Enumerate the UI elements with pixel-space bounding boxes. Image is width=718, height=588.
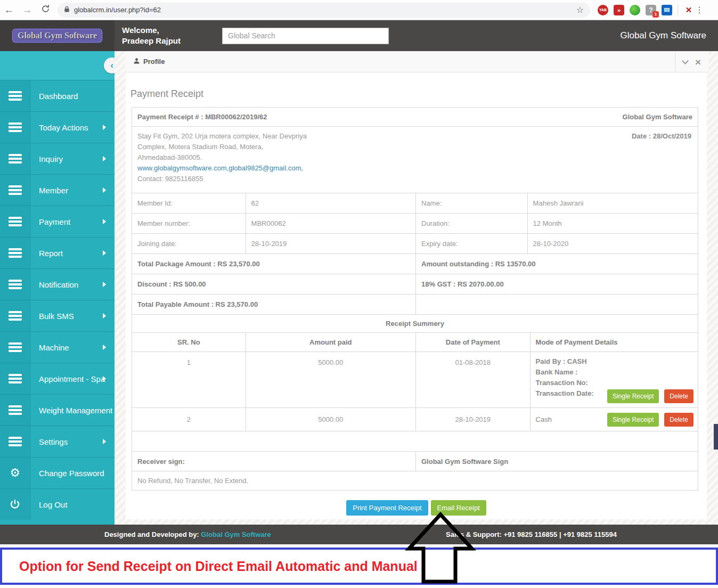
amount-paid: 5000.00 [246, 408, 415, 431]
annotation-banner: Option for Send Receipt on Direct Email … [0, 548, 718, 585]
screenshot-extension-icon[interactable] [662, 5, 672, 15]
scrollbar-thumb[interactable] [714, 424, 718, 450]
menu-list-icon [0, 363, 30, 394]
payment-receipt: Payment Receipt # : MBR00062/2019/62 Glo… [132, 107, 698, 491]
software-sign-label: Global Gym Software Sign [415, 452, 698, 471]
menu-list-icon [0, 206, 30, 237]
download-manager-extension-icon[interactable]: » [614, 5, 624, 15]
joining-date-label: Joining date: [132, 234, 246, 254]
menu-list-icon [0, 300, 30, 331]
menu-list-icon [0, 238, 30, 268]
page-title: Payment Receipt [130, 88, 707, 100]
total-payable-amount: Total Payable Amount : RS 23,570.00 [132, 295, 415, 314]
browser-toolbar: ← → globalcrm.in/user.php?id=62 ☆ YAB » … [0, 0, 718, 20]
forward-icon[interactable]: → [18, 4, 36, 16]
column-header: Date of Payment [415, 333, 530, 352]
welcome-text: Welcome, Pradeep Rajput [122, 25, 181, 46]
sidebar-item-weight-management[interactable]: Weight Management [0, 394, 115, 426]
single-receipt-button[interactable]: Single Receipt [607, 389, 659, 403]
column-header: SR. No [132, 333, 246, 352]
globe-extension-icon[interactable] [630, 5, 640, 15]
app-header: Global Gym Software Welcome, Pradeep Raj… [0, 20, 718, 51]
sidebar-item-notification[interactable]: Notification [0, 268, 115, 300]
sidebar-item-member[interactable]: Member [0, 174, 115, 206]
reload-icon[interactable] [36, 4, 54, 16]
sidebar-item-dashboard[interactable]: Dashboard [0, 80, 115, 111]
delete-button[interactable]: Delete [664, 413, 693, 427]
duration-label: Duration: [415, 214, 527, 233]
amount-outstanding: Amount outstanding : RS 13570.00 [415, 254, 698, 274]
menu-list-icon [0, 269, 30, 300]
yab-extension-icon[interactable]: YAB [598, 5, 608, 15]
app-logo[interactable]: Global Gym Software [12, 28, 103, 43]
amount-paid: 5000.00 [246, 352, 415, 407]
summary-title-row: Receipt Summery [132, 314, 698, 332]
table-row: Joining date: 28-10-2019 Expiry date: 28… [132, 233, 698, 254]
date-of-payment: 01-08-2018 [415, 352, 530, 407]
main-content: Profile × Payment Receipt Payment Receip… [115, 51, 718, 525]
blocked-extension-icon[interactable]: ✕ [683, 5, 694, 15]
member-number-label: Member number: [132, 214, 246, 233]
note-row: No Refund, No Transfer, No Extend. [132, 471, 698, 490]
sidebar-item-today-actions[interactable]: Today Actions [0, 111, 115, 143]
sidebar-item-payment[interactable]: Payment [0, 206, 115, 237]
mode-of-payment: Paid By : CASH Bank Name : Transaction N… [530, 352, 698, 407]
receipt-number: Payment Receipt # : MBR00062/2019/62 [132, 108, 415, 126]
member-number-value: MBR00062 [246, 214, 415, 233]
browser-menu-icon[interactable]: ⋮ [695, 5, 704, 15]
close-icon[interactable]: × [695, 57, 701, 67]
up-arrow [405, 511, 477, 586]
back-icon[interactable]: ← [0, 4, 18, 16]
table-row: Member number: MBR00062 Duration: 12 Mon… [132, 213, 698, 233]
name-label: Name: [415, 193, 527, 213]
sidebar-item-report[interactable]: Report [0, 237, 115, 268]
menu-list-icon [0, 143, 30, 174]
power-icon [0, 489, 30, 520]
sidebar-item-settings[interactable]: Settings [0, 426, 115, 457]
submenu-arrow-icon [103, 282, 106, 287]
total-package-amount: Total Package Amount : RS 23,570.00 [132, 254, 415, 274]
submenu-arrow-icon [103, 219, 106, 224]
submenu-arrow-icon [103, 125, 106, 130]
discount: Discount : RS 500.00 [132, 274, 415, 294]
lock-icon [64, 5, 70, 15]
footer-brand-link[interactable]: Global Gym Software [201, 530, 271, 538]
submenu-arrow-icon [103, 439, 106, 444]
table-row: Total Payable Amount : RS 23,570.00 [132, 294, 698, 314]
single-receipt-button[interactable]: Single Receipt [607, 413, 659, 427]
global-search-input[interactable] [222, 28, 389, 44]
column-header: Mode of Payment Details [530, 333, 698, 352]
page-footer: Designed and Developed by: Global Gym So… [0, 525, 718, 544]
receipt-date: Date : 28/Oct/2019 [632, 132, 691, 140]
website-email-link[interactable]: www.globalgymsoftware.com,global9825@gma… [137, 163, 692, 174]
sidebar-item-machine[interactable]: Machine [0, 331, 115, 363]
help-extension-icon[interactable]: ?1 [646, 5, 656, 15]
column-header: Amount paid [246, 333, 415, 352]
expiry-date-label: Expiry date: [415, 234, 527, 254]
member-id-label: Member Id: [132, 193, 246, 213]
summary-header-row: SR. No Amount paid Date of Payment Mode … [132, 332, 698, 352]
chevron-down-icon[interactable] [682, 58, 689, 64]
notification-badge: 1 [652, 11, 659, 18]
sidebar-item-appointment-spa[interactable]: Appointment - Spa [0, 363, 115, 394]
sidebar-item-log-out[interactable]: Log Out [0, 488, 115, 520]
summary-row: 1 5000.00 01-08-2018 Paid By : CASH Bank… [132, 352, 698, 407]
sidebar-item-bulk-sms[interactable]: Bulk SMS [0, 300, 115, 331]
delete-button[interactable]: Delete [664, 389, 693, 403]
star-icon[interactable]: ☆ [576, 5, 584, 15]
date-of-payment: 28-10-2019 [415, 408, 530, 431]
receipt-card: Payment Receipt Payment Receipt # : MBR0… [126, 72, 707, 519]
sidebar-item-inquiry[interactable]: Inquiry [0, 143, 115, 174]
menu-list-icon [0, 332, 30, 363]
address-bar[interactable]: globalcrm.in/user.php?id=62 ☆ [58, 3, 590, 18]
sidebar-item-change-password[interactable]: ⚙ Change Password [0, 457, 115, 488]
person-icon [133, 57, 140, 67]
duration-value: 12 Month [527, 214, 698, 233]
url-text[interactable]: globalcrm.in/user.php?id=62 [74, 6, 576, 14]
contact-number: Contact: 9825116855 [137, 174, 692, 184]
panel-title: Profile [143, 58, 165, 66]
extension-bar: YAB » ?1 ✕ [598, 5, 694, 15]
summary-row: 2 5000.00 28-10-2019 Cash Single Receipt… [132, 407, 698, 431]
gear-icon: ⚙ [0, 458, 30, 488]
submenu-arrow-icon [103, 313, 106, 318]
